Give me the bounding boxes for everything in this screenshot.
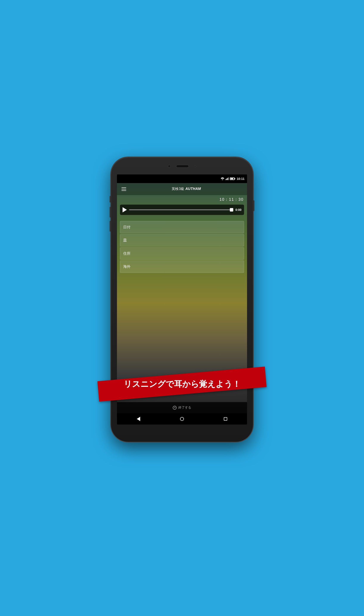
wifi-icon [221, 178, 224, 180]
status-bar: 10:11 [117, 174, 247, 183]
earpiece-speaker [176, 165, 189, 168]
svg-rect-1 [225, 179, 226, 180]
audio-player: 0:00 [120, 205, 244, 215]
app-brand: AUTHAM [185, 187, 201, 191]
nav-home-button[interactable] [180, 417, 184, 421]
front-camera [168, 165, 171, 168]
sensor-dot [194, 165, 196, 167]
menu-line-2 [121, 189, 126, 189]
svg-rect-5 [228, 178, 229, 180]
svg-point-0 [222, 179, 223, 180]
app-title: 英検3級 AUTHAM [128, 187, 245, 191]
android-nav-bar [117, 413, 247, 424]
signal-icon [225, 178, 229, 180]
phone-device: 10:11 英検3級 AUTHAM 10：11：30 [111, 157, 253, 442]
battery-icon [230, 178, 234, 180]
end-button[interactable]: ✕ 終了する [117, 402, 247, 413]
option-1[interactable]: 日付 [120, 221, 244, 233]
phone-top-bar [160, 163, 204, 169]
app-toolbar: 英検3級 AUTHAM [117, 183, 247, 195]
menu-button[interactable] [119, 185, 128, 193]
volume-up-button[interactable] [110, 196, 111, 203]
banner-text: リスニングで耳から覚えよう！ [124, 379, 241, 390]
cancel-icon: ✕ [173, 406, 177, 410]
camera-button[interactable] [110, 221, 111, 232]
timer-display: 10：11：30 [117, 195, 247, 203]
status-icons: 10:11 [221, 177, 245, 180]
menu-line-1 [121, 187, 126, 188]
option-2[interactable]: 皿 [120, 234, 244, 246]
nav-back-button[interactable] [137, 417, 140, 421]
option-4[interactable]: 海外 [120, 260, 244, 273]
svg-rect-2 [226, 179, 227, 180]
menu-line-3 [121, 190, 126, 191]
end-label: 終了する [178, 406, 191, 410]
app-title-text: 英検3級 [172, 187, 184, 191]
options-container: 日付 皿 住所 海外 [120, 221, 244, 273]
option-3[interactable]: 住所 [120, 247, 244, 260]
status-time: 10:11 [237, 177, 245, 180]
progress-thumb[interactable] [230, 208, 233, 212]
svg-rect-3 [227, 178, 227, 180]
volume-down-button[interactable] [110, 207, 111, 218]
play-button[interactable] [123, 207, 127, 212]
nav-recent-button[interactable] [224, 417, 227, 421]
audio-progress-bar[interactable] [129, 209, 233, 210]
audio-time: 0:00 [235, 208, 241, 212]
svg-rect-4 [227, 178, 228, 180]
power-button[interactable] [253, 200, 254, 211]
progress-fill [129, 209, 233, 210]
